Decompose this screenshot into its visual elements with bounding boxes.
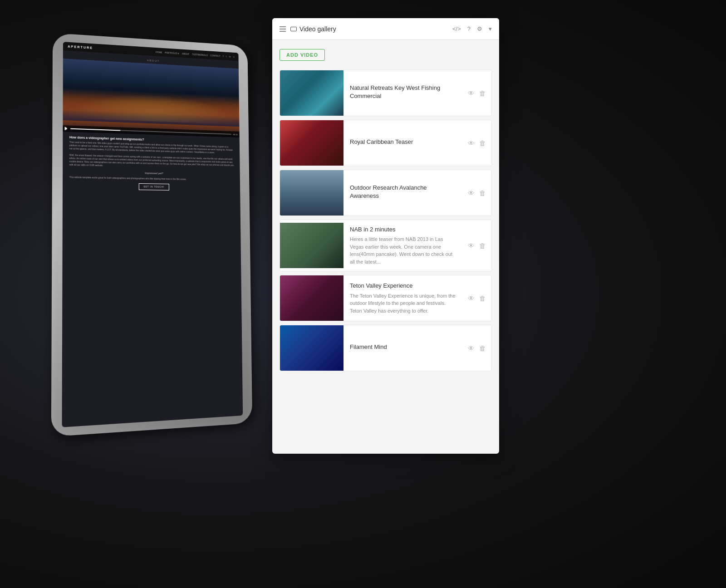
video-actions-royal: 👁 🗑 xyxy=(462,139,491,147)
delete-icon-royal[interactable]: 🗑 xyxy=(479,139,486,147)
video-actions-filament: 👁 🗑 xyxy=(462,344,491,352)
video-thumb-royal xyxy=(280,120,343,166)
add-video-button[interactable]: ADD VIDEO xyxy=(280,49,325,61)
video-name-filament: Filament Mind xyxy=(350,343,456,351)
code-icon[interactable]: </> xyxy=(452,25,461,32)
tablet-body: APERTURE HOME PORTFOLIO ▾ ABOUT TESTIMON… xyxy=(51,33,252,437)
delete-icon-teton[interactable]: 🗑 xyxy=(479,294,486,302)
tablet-device: APERTURE HOME PORTFOLIO ▾ ABOUT TESTIMON… xyxy=(54,36,309,535)
video-gallery-icon xyxy=(290,27,297,31)
video-info-teton: Teton Valley Experience The Teton Valley… xyxy=(343,276,462,320)
video-info-avalanche: Outdoor Research Avalanche Awareness xyxy=(343,178,462,207)
delete-icon-avalanche[interactable]: 🗑 xyxy=(479,189,486,197)
site-cta-button[interactable]: GET IN TOUCH! xyxy=(139,183,169,190)
cms-header-left: Video gallery xyxy=(280,25,336,33)
progress-fill xyxy=(70,128,121,131)
cms-panel-title: Video gallery xyxy=(299,25,336,33)
tablet-screen: APERTURE HOME PORTFOLIO ▾ ABOUT TESTIMON… xyxy=(62,42,243,427)
site-video-player: HD 31 xyxy=(63,59,239,137)
settings-icon[interactable]: ⚙ xyxy=(477,25,482,32)
video-thumb-filament xyxy=(280,325,343,371)
video-item-royal: Royal Caribbean Teaser 👁 🗑 xyxy=(280,120,492,166)
video-name-avalanche: Outdoor Research Avalanche Awareness xyxy=(350,184,456,200)
thumb-image-avalanche xyxy=(280,170,343,216)
video-name-fishing: Natural Retreats Key West Fishing Commer… xyxy=(350,84,456,100)
video-thumb-nab xyxy=(280,223,343,268)
video-item-avalanche: Outdoor Research Avalanche Awareness 👁 🗑 xyxy=(280,170,492,216)
video-info-filament: Filament Mind xyxy=(343,338,462,358)
thumb-image-fishing xyxy=(280,70,343,116)
delete-icon-fishing[interactable]: 🗑 xyxy=(479,89,486,97)
view-icon-avalanche[interactable]: 👁 xyxy=(468,189,475,197)
video-icon-wrap: Video gallery xyxy=(290,25,336,33)
thumb-image-teton xyxy=(280,275,343,321)
video-thumb-teton xyxy=(280,275,343,321)
hamburger-icon[interactable] xyxy=(280,26,286,32)
thumb-image-nab xyxy=(280,223,343,268)
site-para2: Well, the snow thawed, the season change… xyxy=(69,153,234,170)
site-text-content: How does a videographer get new assignme… xyxy=(63,132,240,195)
video-item-nab: NAB in 2 minutes Heres a little teaser f… xyxy=(280,220,492,271)
delete-icon-filament[interactable]: 🗑 xyxy=(479,344,486,352)
video-item-fishing: Natural Retreats Key West Fishing Commer… xyxy=(280,70,492,116)
view-icon-teton[interactable]: 👁 xyxy=(468,294,475,302)
delete-icon-nab[interactable]: 🗑 xyxy=(479,242,486,250)
video-desc-teton: The Teton Valley Experience is unique, f… xyxy=(350,292,456,315)
video-actions-avalanche: 👁 🗑 xyxy=(462,189,491,197)
cms-header: Video gallery </> ? ⚙ ▾ xyxy=(272,18,499,40)
video-info-nab: NAB in 2 minutes Heres a little teaser f… xyxy=(343,220,462,271)
cms-header-actions: </> ? ⚙ ▾ xyxy=(452,25,492,32)
video-actions-nab: 👁 🗑 xyxy=(462,242,491,250)
video-desc-nab: Heres a little teaser from NAB 2013 in L… xyxy=(350,235,456,265)
video-item-filament: Filament Mind 👁 🗑 xyxy=(280,325,492,371)
thumb-image-filament xyxy=(280,325,343,371)
video-name-teton: Teton Valley Experience xyxy=(350,282,456,290)
view-icon-royal[interactable]: 👁 xyxy=(468,139,475,147)
cms-panel: Video gallery </> ? ⚙ ▾ ADD VIDEO Natura… xyxy=(272,18,499,454)
video-thumb-fishing xyxy=(280,70,343,116)
help-icon[interactable]: ? xyxy=(467,25,471,32)
video-name-royal: Royal Caribbean Teaser xyxy=(350,138,456,146)
video-item-teton: Teton Valley Experience The Teton Valley… xyxy=(280,275,492,321)
dropdown-icon[interactable]: ▾ xyxy=(489,25,492,32)
video-info-fishing: Natural Retreats Key West Fishing Commer… xyxy=(343,78,462,108)
time-label: HD 31 xyxy=(233,133,238,136)
video-info-royal: Royal Caribbean Teaser xyxy=(343,132,462,153)
video-name-nab: NAB in 2 minutes xyxy=(350,225,456,234)
cms-body: ADD VIDEO Natural Retreats Key West Fish… xyxy=(272,40,499,454)
video-thumb-avalanche xyxy=(280,170,343,216)
view-icon-filament[interactable]: 👁 xyxy=(468,344,475,352)
video-actions-fishing: 👁 🗑 xyxy=(462,89,491,97)
view-icon-nab[interactable]: 👁 xyxy=(468,242,475,250)
view-icon-fishing[interactable]: 👁 xyxy=(468,89,475,97)
site-brand: APERTURE xyxy=(68,45,93,49)
impressed-sub: This website template works great for bo… xyxy=(69,176,234,182)
video-list: Natural Retreats Key West Fishing Commer… xyxy=(280,70,492,375)
thumb-image-royal xyxy=(280,120,343,166)
video-actions-teton: 👁 🗑 xyxy=(462,294,491,302)
play-icon[interactable] xyxy=(65,127,69,130)
impressed-text: Impressed yet? xyxy=(69,170,234,176)
